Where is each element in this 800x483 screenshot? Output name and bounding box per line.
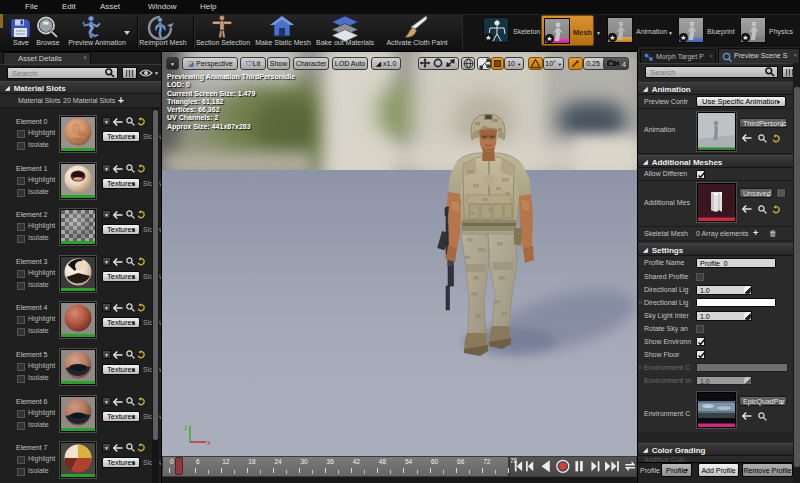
svg-text:x: x	[207, 439, 211, 446]
svg-text:z: z	[184, 424, 188, 431]
